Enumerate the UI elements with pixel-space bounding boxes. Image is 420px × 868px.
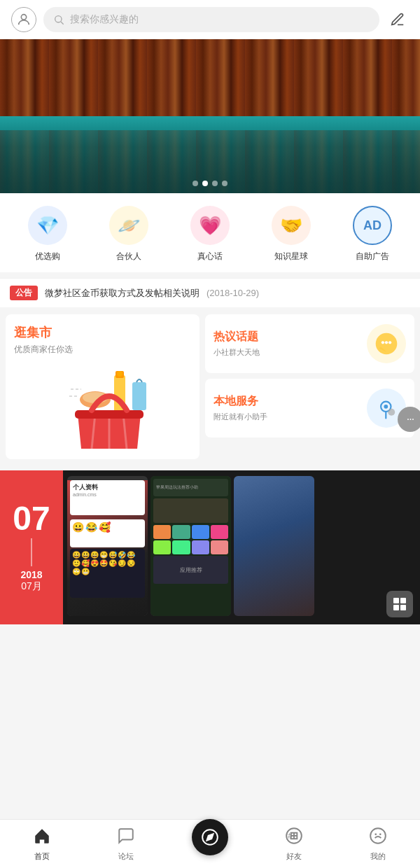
cards-right: 热议话题 小社群大天地 本地服务 附近就有小助手	[205, 314, 414, 459]
dot-1	[192, 181, 198, 186]
nav-discover[interactable]	[168, 833, 252, 855]
card-topics-text: 热议话题 小社群大天地	[214, 330, 260, 358]
card2-bottom: 应用推荐	[153, 556, 228, 584]
feed-divider	[31, 538, 32, 566]
feed-cards: 个人资料 admin.cms 😀😂🥰 😀😃😄😁 😅🤣😂🙂 🥰😍🤩😘 😏😒🙄�	[63, 470, 420, 624]
zhensheng-label: 真心话	[197, 251, 223, 262]
card-topics-icon	[367, 324, 406, 363]
svg-point-7	[117, 371, 122, 377]
svg-point-28	[370, 828, 386, 844]
card-market[interactable]: 逛集市 优质商家任你选	[6, 314, 200, 459]
huoban-label: 合伙人	[116, 251, 141, 262]
banner-trees	[0, 39, 420, 116]
card-topics[interactable]: 热议话题 小社群大天地	[205, 314, 414, 373]
guanggao-label: 自助广告	[356, 251, 389, 262]
edit-button[interactable]	[386, 8, 409, 31]
card-market-subtitle: 优质商家任你选	[14, 344, 191, 356]
banner	[0, 39, 420, 193]
icon-zhensheng[interactable]: 💗 真心话	[169, 206, 251, 262]
home-icon	[33, 827, 51, 849]
card2-img	[153, 498, 228, 523]
notice-bar[interactable]: 公告 微梦社区金币获取方式及发帖相关说明 (2018-10-29)	[0, 278, 420, 307]
more-icon: ···	[407, 413, 414, 426]
grid-view-button[interactable]	[386, 591, 413, 617]
nav-forum[interactable]: 论坛	[84, 827, 168, 862]
feed-header: 07 2018 07月 个人资料 admin.cms 😀😂🥰	[0, 470, 420, 624]
search-placeholder: 搜索你感兴趣的	[70, 13, 139, 26]
icons-row: 💎 优选购 🪐 合伙人 💗 真心话 🤝 知识星球 AD 自助广告	[0, 193, 420, 272]
svg-rect-14	[75, 410, 144, 419]
mine-icon	[369, 827, 387, 849]
zhishi-label: 知识星球	[274, 251, 308, 262]
huoban-icon: 🪐	[109, 206, 148, 245]
svg-point-0	[21, 15, 26, 20]
card-local[interactable]: 本地服务 附近就有小助手 ···	[205, 379, 414, 438]
forum-icon	[117, 827, 135, 849]
card-topics-subtitle: 小社群大天地	[214, 347, 260, 358]
icon-guanggao[interactable]: AD 自助广告	[332, 206, 413, 262]
card1-header: 个人资料 admin.cms	[70, 480, 145, 515]
card-local-text: 本地服务 附近就有小助手	[214, 394, 267, 422]
svg-point-20	[384, 405, 388, 409]
nav-friends-label: 好友	[286, 851, 302, 862]
nav-home-label: 首页	[34, 851, 50, 862]
header: 搜索你感兴趣的	[0, 0, 420, 39]
card-market-image	[57, 361, 148, 452]
card1-body: 😀😂🥰	[70, 519, 145, 547]
discover-button[interactable]	[192, 819, 228, 855]
svg-point-1	[55, 16, 62, 22]
nav-home[interactable]: 首页	[0, 827, 84, 862]
nav-mine[interactable]: 我的	[336, 827, 420, 862]
more-button[interactable]: ···	[398, 407, 420, 432]
icon-zhishi[interactable]: 🤝 知识星球	[251, 206, 332, 262]
feed-date: 07 2018 07月	[0, 470, 63, 624]
notice-date: (2018-10-29)	[206, 288, 259, 298]
feed-card-1[interactable]: 个人资料 admin.cms 😀😂🥰 😀😃😄😁 😅🤣😂🙂 🥰😍🤩😘 😏😒🙄�	[67, 476, 148, 616]
svg-point-17	[385, 341, 388, 344]
bottom-nav: 首页 论坛 # 好友	[0, 819, 420, 868]
banner-overlay	[0, 151, 420, 193]
icon-youxuan[interactable]: 💎 优选购	[7, 206, 88, 262]
card-topics-title: 热议话题	[214, 330, 260, 344]
youxuan-label: 优选购	[35, 251, 60, 262]
zhishi-icon: 🤝	[272, 206, 311, 245]
nav-forum-label: 论坛	[118, 851, 134, 862]
svg-rect-10	[132, 382, 146, 410]
banner-dots	[192, 181, 227, 186]
feed-card-3[interactable]	[234, 476, 314, 616]
search-icon	[53, 14, 64, 25]
search-bar[interactable]: 搜索你感兴趣的	[43, 7, 379, 32]
card-market-title: 逛集市	[14, 324, 191, 341]
svg-text:#: #	[288, 832, 292, 840]
grid-icon	[393, 598, 406, 610]
guanggao-icon: AD	[353, 206, 392, 245]
svg-point-21	[388, 409, 395, 416]
friends-icon: #	[285, 827, 303, 849]
card1-emoji: 😀😃😄😁 😅🤣😂🙂 🥰😍🤩😘 😏😒🙄😬	[70, 549, 145, 598]
compass-icon	[201, 828, 219, 846]
card2-top: 苹果周边玩法推荐小助	[153, 479, 228, 496]
svg-point-18	[388, 341, 391, 344]
svg-line-2	[61, 22, 64, 24]
card-local-title: 本地服务	[214, 394, 267, 409]
feed-section: 07 2018 07月 个人资料 admin.cms 😀😂🥰	[0, 470, 420, 624]
basket-svg	[57, 361, 162, 459]
zhensheng-icon: 💗	[190, 206, 230, 245]
card-local-subtitle: 附近就有小助手	[214, 412, 267, 422]
dot-2	[202, 181, 208, 186]
feed-month: 07月	[21, 580, 42, 593]
dot-3	[212, 181, 218, 186]
svg-marker-23	[206, 834, 213, 840]
nav-friends[interactable]: # 好友	[252, 827, 336, 862]
nav-mine-label: 我的	[370, 851, 386, 862]
card2-icons	[153, 525, 228, 554]
youxuan-icon: 💎	[28, 206, 67, 245]
feed-year: 2018	[20, 569, 42, 580]
icon-huoban[interactable]: 🪐 合伙人	[88, 206, 169, 262]
cards-section: 逛集市 优质商家任你选	[0, 309, 420, 465]
feed-card-2[interactable]: 3+ 苹果周边玩法推荐小助	[150, 476, 231, 616]
avatar[interactable]	[11, 7, 36, 32]
dot-4	[222, 181, 227, 186]
svg-point-16	[382, 341, 384, 344]
notice-text: 微梦社区金币获取方式及发帖相关说明	[45, 287, 200, 300]
